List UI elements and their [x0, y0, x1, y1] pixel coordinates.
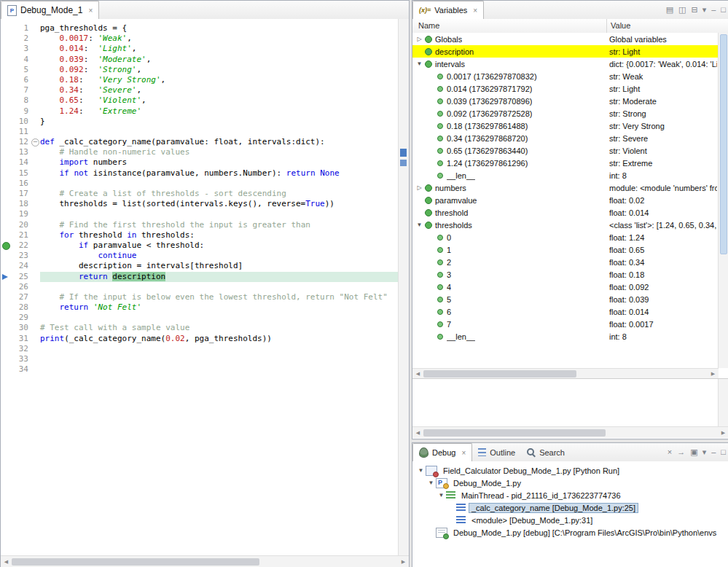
code-line[interactable]: 10} [1, 117, 399, 127]
expand-arrow-icon[interactable]: ▷ [415, 36, 423, 42]
code-line[interactable]: 30# Test call with a sample value [1, 323, 399, 333]
variable-row[interactable]: 0.18 (1736297861488)str: Very Strong [412, 120, 719, 132]
variables-vscrollbar[interactable] [718, 33, 728, 368]
column-header-value[interactable]: Value [611, 21, 630, 30]
scrollbar-thumb[interactable] [423, 370, 576, 378]
code-line[interactable]: 12–def _calc_category_name(paramvalue: f… [1, 137, 399, 147]
code-line[interactable]: 23 continue [1, 251, 399, 261]
variable-row[interactable]: 0.34 (1736297868720)str: Severe [412, 132, 719, 144]
variable-row[interactable]: 0float: 1.24 [412, 231, 719, 243]
variable-row[interactable]: ▷GlobalsGlobal variables [412, 33, 719, 45]
scrollbar-thumb[interactable] [12, 558, 259, 566]
variable-row[interactable]: 0.092 (1736297872528)str: Strong [412, 107, 719, 120]
variable-row[interactable]: ▷numbersmodule: <module 'numbers' from '… [412, 181, 719, 194]
variables-detail-pane[interactable] [412, 378, 728, 427]
code-line[interactable]: 17 # Create a list of thresholds - sort … [1, 189, 399, 199]
variables-hscrollbar[interactable]: ◀ ▶ [412, 368, 719, 379]
view-menu-icon[interactable]: ▾ [702, 6, 707, 14]
code-line[interactable]: 22 if paramvalue < threshold: [1, 241, 399, 251]
detail-hscrollbar[interactable]: ◀ ▶ [412, 426, 728, 438]
debug-row[interactable]: _calc_category_name [Debug_Mode_1.py:25] [412, 501, 728, 514]
view-menu-icon[interactable]: ▾ [702, 448, 707, 456]
code-line[interactable]: 32 [1, 344, 399, 354]
code-line[interactable]: 29 [1, 313, 399, 323]
debug-row[interactable]: ▼Debug_Mode_1.py [412, 477, 728, 489]
show-type-names-icon[interactable]: ▤ [666, 6, 673, 14]
variable-row[interactable]: thresholdfloat: 0.014 [412, 206, 719, 219]
code-line[interactable]: 25 return description [1, 272, 399, 282]
code-line[interactable]: 26 [1, 282, 399, 292]
variable-row[interactable]: 0.039 (1736297870896)str: Moderate [412, 95, 719, 107]
code-line[interactable]: 3 0.014: 'Light', [1, 44, 399, 54]
detail-vscrollbar[interactable] [718, 379, 728, 427]
debug-row[interactable]: ▼Field_Calculator Debug_Mode_1.py [Pytho… [412, 464, 728, 477]
variable-row[interactable]: __len__int: 8 [412, 330, 719, 343]
code-line[interactable]: 5 0.092: 'Strong', [1, 65, 399, 75]
expand-arrow-icon[interactable]: ▼ [427, 480, 435, 486]
scroll-right-icon[interactable]: ▶ [718, 427, 728, 438]
debug-row[interactable]: <module> [Debug_Mode_1.py:31] [412, 514, 728, 526]
collapse-icon[interactable]: – [31, 138, 39, 146]
tab-debug-mode-1[interactable]: P Debug_Mode_1 × [1, 1, 99, 20]
variable-row[interactable]: ▼intervalsdict: {0.0017: 'Weak', 0.014: … [412, 58, 719, 70]
editor-vscrollbar[interactable] [398, 19, 409, 556]
debug-row[interactable]: Debug_Mode_1.py [debug] [C:\Program File… [412, 526, 728, 539]
variable-row[interactable]: 2float: 0.34 [412, 256, 719, 268]
scrollbar-thumb[interactable] [720, 34, 727, 254]
editor-code-area[interactable]: 1pga_thresholds = {2 0.0017: 'Weak',3 0.… [1, 23, 399, 375]
column-header-name[interactable]: Name [418, 21, 439, 30]
minimize-icon[interactable]: – [711, 6, 716, 14]
scroll-left-icon[interactable]: ◀ [412, 369, 423, 379]
code-line[interactable]: 28 return 'Not Felt' [1, 302, 399, 313]
code-line[interactable]: 2 0.0017: 'Weak', [1, 34, 399, 44]
code-line[interactable]: 16 [1, 179, 399, 189]
tab-debug[interactable]: Debug× [412, 443, 472, 462]
code-line[interactable]: 18 thresholds = list(sorted(intervals.ke… [1, 199, 399, 209]
variable-row[interactable]: __len__int: 8 [412, 169, 719, 181]
variable-row[interactable]: descriptionstr: Light [412, 45, 719, 58]
code-line[interactable]: 8 0.65: 'Violent', [1, 95, 399, 106]
editor-hscrollbar[interactable]: ◀ ▶ [1, 555, 409, 567]
tab-search[interactable]: Search [521, 443, 571, 461]
maximize-icon[interactable]: □ [721, 6, 726, 14]
code-line[interactable]: 19 [1, 209, 399, 219]
variable-row[interactable]: 0.014 (1736297871792)str: Light [412, 82, 719, 95]
close-icon[interactable]: × [461, 449, 466, 457]
scroll-right-icon[interactable]: ▶ [398, 556, 409, 567]
code-line[interactable]: 27 # If the input is below even the lowe… [1, 292, 399, 302]
column-separator[interactable] [606, 19, 607, 33]
variable-row[interactable]: 1float: 0.65 [412, 243, 719, 256]
expand-arrow-icon[interactable]: ▷ [415, 184, 423, 191]
collapse-all-icon[interactable]: ⊟ [691, 6, 697, 14]
variable-row[interactable]: ▼thresholds<class 'list'>: [1.24, 0.65, … [412, 219, 719, 231]
code-line[interactable]: 6 0.18: 'Very Strong', [1, 75, 399, 85]
close-icon[interactable]: × [88, 7, 93, 15]
debug-row[interactable]: ▼MainThread - pid_21116_id_1736223774736 [412, 489, 728, 501]
code-line[interactable]: 14 import numbers [1, 157, 399, 168]
maximize-icon[interactable]: □ [721, 448, 726, 456]
expand-arrow-icon[interactable]: ▼ [437, 492, 445, 498]
variable-row[interactable]: 1.24 (1736297861296)str: Extreme [412, 157, 719, 169]
expand-arrow-icon[interactable]: ▼ [415, 222, 423, 228]
expand-arrow-icon[interactable]: ▼ [415, 60, 423, 67]
tab-outline[interactable]: Outline [472, 443, 521, 461]
variable-row[interactable]: 6float: 0.014 [412, 305, 719, 318]
breakpoint-icon[interactable] [2, 242, 10, 250]
scroll-left-icon[interactable]: ◀ [412, 427, 423, 438]
code-line[interactable]: 9 1.24: 'Extreme' [1, 106, 399, 117]
code-line[interactable]: 31print(_calc_category_name(0.02, pga_th… [1, 334, 399, 344]
code-line[interactable]: 34 [1, 364, 399, 375]
code-line[interactable]: 33 [1, 354, 399, 364]
expand-arrow-icon[interactable]: ▼ [417, 467, 425, 474]
code-line[interactable]: 24 description = intervals[threshold] [1, 261, 399, 271]
code-line[interactable]: 7 0.34: 'Severe', [1, 85, 399, 95]
show-logical-structure-icon[interactable]: ◫ [678, 6, 686, 14]
variable-row[interactable]: paramvaluefloat: 0.02 [412, 194, 719, 206]
scroll-left-icon[interactable]: ◀ [1, 556, 12, 567]
scroll-right-icon[interactable]: ▶ [708, 369, 719, 379]
code-line[interactable]: 15 if not isinstance(paramvalue, numbers… [1, 168, 399, 179]
code-line[interactable]: 21 for threshold in thresholds: [1, 230, 399, 241]
close-icon[interactable]: × [473, 7, 477, 15]
variables-column-header[interactable]: Name Value [412, 19, 728, 34]
code-line[interactable]: 20 # Find the first threshold the input … [1, 220, 399, 230]
